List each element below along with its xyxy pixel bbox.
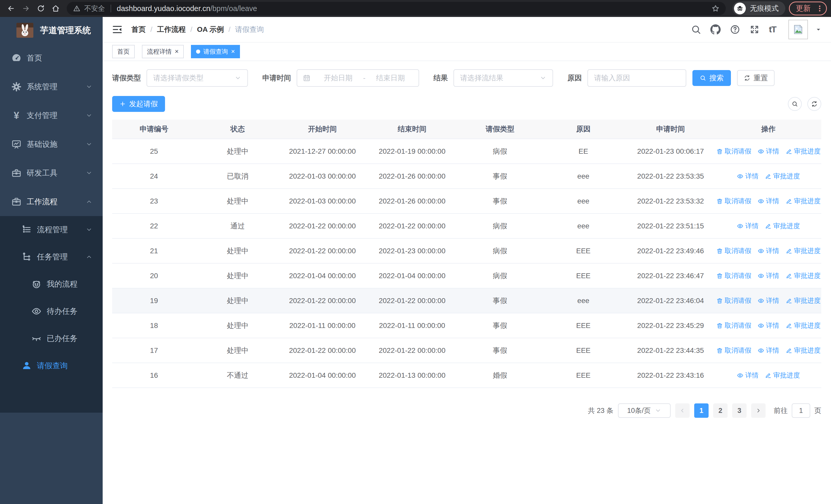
page-size-select[interactable]: 10条/页 (618, 404, 670, 418)
action-detail-link[interactable]: 详情 (737, 371, 758, 380)
help-icon[interactable] (730, 24, 740, 35)
sidebar-item-label: 系统管理 (27, 82, 57, 92)
goto-page-input[interactable] (792, 404, 810, 418)
tab-home[interactable]: 首页 (112, 45, 135, 58)
app-logo-row[interactable]: 芋道管理系统 (0, 17, 103, 43)
chevron-down-icon (86, 83, 92, 90)
action-progress-link[interactable]: 审批进度 (785, 246, 821, 255)
cell-end-time: 2022-01-19 00:00:00 (365, 147, 459, 155)
browser-forward-button[interactable] (19, 2, 33, 16)
action-detail-link[interactable]: 详情 (757, 271, 779, 280)
security-label[interactable]: 不安全 (84, 4, 105, 13)
sidebar-item-home[interactable]: 首页 (0, 43, 103, 72)
table-row: 21 处理中 2022-01-22 00:00:00 2022-01-23 00… (112, 239, 821, 264)
breadcrumb-item-current: 请假查询 (235, 25, 264, 34)
action-detail-link[interactable]: 详情 (757, 296, 779, 305)
sidebar-item-process-mgmt[interactable]: 流程管理 (0, 216, 103, 243)
url-text[interactable]: dashboard.yudao.iocoder.cn/bpm/oa/leave (117, 4, 257, 13)
action-progress-link[interactable]: 审批进度 (785, 197, 821, 206)
table-refresh-icon[interactable] (807, 97, 821, 111)
search-button-label: 搜索 (709, 73, 724, 83)
action-progress-link[interactable]: 审批进度 (765, 371, 800, 380)
sidebar-item-infra[interactable]: 基础设施 (0, 130, 103, 158)
action-cancel-link[interactable]: 取消请假 (716, 296, 751, 305)
sidebar-collapse-icon[interactable] (112, 24, 123, 35)
action-detail-link[interactable]: 详情 (757, 321, 779, 330)
sidebar-item-devtools[interactable]: 研发工具 (0, 158, 103, 187)
active-dot-icon (196, 50, 200, 54)
browser-update-pill[interactable]: 更新 (789, 2, 827, 16)
action-cancel-link[interactable]: 取消请假 (716, 246, 751, 255)
sidebar-item-label: 待办任务 (47, 306, 78, 317)
search-icon[interactable] (691, 24, 701, 35)
breadcrumb-item[interactable]: 首页 (132, 25, 146, 34)
action-cancel-link[interactable]: 取消请假 (716, 147, 751, 156)
tab-process-detail[interactable]: 流程详情 (142, 45, 184, 58)
page-button-1[interactable]: 1 (694, 404, 709, 418)
action-cancel-link[interactable]: 取消请假 (716, 346, 751, 355)
action-progress-link[interactable]: 审批进度 (785, 346, 821, 355)
action-detail-link[interactable]: 详情 (757, 197, 779, 206)
result-select[interactable]: 请选择流结果 (454, 69, 553, 87)
action-cancel-link[interactable]: 取消请假 (716, 321, 751, 330)
app-logo (17, 23, 33, 38)
sidebar-item-todo-tasks[interactable]: 待办任务 (0, 298, 103, 325)
font-size-icon[interactable] (769, 24, 779, 35)
sidebar-item-leave-query[interactable]: 请假查询 (0, 352, 103, 379)
fullscreen-icon[interactable] (749, 24, 760, 35)
apply-time-range-picker[interactable]: 开始日期 - 结束日期 (297, 69, 419, 87)
prev-page-button[interactable] (675, 404, 690, 418)
sidebar-item-my-processes[interactable]: 我的流程 (0, 270, 103, 298)
close-icon[interactable] (231, 48, 235, 55)
column-header: 申请编号 (112, 124, 196, 134)
action-detail-link[interactable]: 详情 (757, 147, 779, 156)
page-button-2[interactable]: 2 (713, 404, 727, 418)
search-button[interactable]: 搜索 (692, 70, 731, 86)
browser-back-button[interactable] (4, 2, 18, 16)
action-cancel-link[interactable]: 取消请假 (716, 271, 751, 280)
sidebar-item-workflow[interactable]: 工作流程 (0, 187, 103, 216)
action-detail-link[interactable]: 详情 (757, 346, 779, 355)
sidebar-item-system[interactable]: 系统管理 (0, 72, 103, 101)
page-button-3[interactable]: 3 (732, 404, 747, 418)
reset-button[interactable]: 重置 (737, 70, 775, 86)
end-date-placeholder[interactable]: 结束日期 (368, 73, 413, 83)
create-leave-button[interactable]: 发起请假 (112, 96, 165, 112)
action-cancel-link[interactable]: 取消请假 (716, 197, 751, 206)
column-header: 申请时间 (625, 124, 716, 134)
github-icon[interactable] (710, 24, 721, 35)
avatar[interactable] (789, 20, 808, 39)
action-progress-link[interactable]: 审批进度 (785, 147, 821, 156)
start-date-placeholder[interactable]: 开始日期 (316, 73, 361, 83)
not-secure-icon[interactable] (73, 5, 81, 12)
next-page-button[interactable] (751, 404, 766, 418)
sidebar-item-task-mgmt[interactable]: 任务管理 (0, 243, 103, 270)
avatar-dropdown-icon[interactable] (815, 26, 822, 33)
browser-home-button[interactable] (49, 2, 63, 16)
cell-reason: EE (541, 147, 626, 155)
url-bar[interactable]: 不安全 dashboard.yudao.iocoder.cn/bpm/oa/le… (67, 2, 726, 15)
browser-reload-button[interactable] (34, 2, 48, 16)
action-progress-link[interactable]: 审批进度 (765, 172, 800, 181)
action-progress-link[interactable]: 审批进度 (785, 296, 821, 305)
tab-leave-query[interactable]: 请假查询 (191, 45, 240, 58)
bookmark-star-icon[interactable] (711, 4, 720, 12)
reason-input[interactable] (588, 69, 686, 87)
action-progress-link[interactable]: 审批进度 (785, 271, 821, 280)
table-row: 18 处理中 2022-01-11 00:00:00 2022-01-11 00… (112, 313, 821, 338)
browser-menu-icon[interactable] (816, 5, 824, 12)
leave-type-select[interactable]: 请选择请假类型 (147, 69, 248, 87)
sidebar-item-payment[interactable]: ¥ 支付管理 (0, 101, 103, 130)
action-detail-link[interactable]: 详情 (757, 246, 779, 255)
update-label[interactable]: 更新 (796, 3, 811, 13)
action-progress-link[interactable]: 审批进度 (765, 221, 800, 231)
breadcrumb-item[interactable]: 工作流程 (157, 25, 186, 34)
breadcrumb-item[interactable]: OA 示例 (197, 25, 224, 34)
action-detail-link[interactable]: 详情 (737, 172, 758, 181)
sidebar-item-done-tasks[interactable]: 已办任务 (0, 325, 103, 352)
action-progress-link[interactable]: 审批进度 (785, 321, 821, 330)
close-icon[interactable] (175, 48, 179, 55)
cell-status: 处理中 (196, 296, 280, 306)
table-search-toggle-icon[interactable] (788, 97, 802, 111)
action-detail-link[interactable]: 详情 (737, 221, 758, 231)
